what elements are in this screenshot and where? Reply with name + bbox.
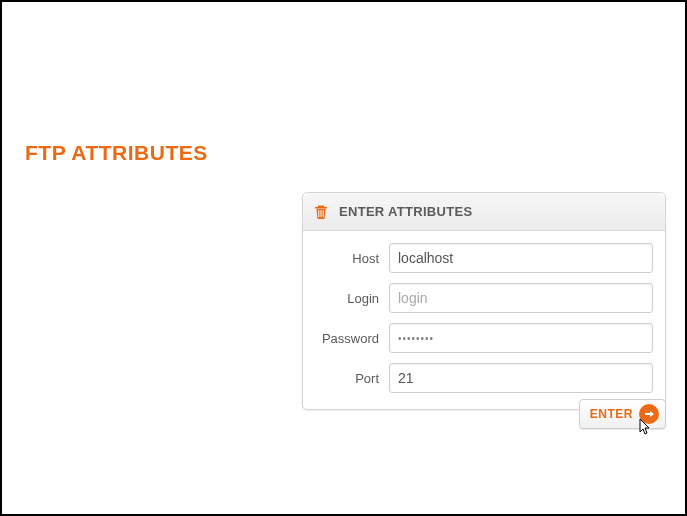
form-row-port: Port [315, 363, 653, 393]
attributes-panel: ENTER ATTRIBUTES Host Login Password Por… [302, 192, 666, 410]
trash-icon[interactable] [313, 204, 329, 220]
arrow-right-icon [639, 404, 659, 424]
svg-rect-0 [318, 210, 319, 217]
host-label: Host [315, 251, 379, 266]
panel-title: ENTER ATTRIBUTES [339, 204, 472, 219]
port-input[interactable] [389, 363, 653, 393]
panel-body: Host Login Password Port [303, 231, 665, 409]
form-row-host: Host [315, 243, 653, 273]
password-input[interactable] [389, 323, 653, 353]
form-row-password: Password [315, 323, 653, 353]
panel-header: ENTER ATTRIBUTES [303, 193, 665, 231]
enter-row: ENTER [302, 399, 666, 429]
svg-rect-1 [321, 210, 322, 217]
enter-button[interactable]: ENTER [579, 399, 666, 429]
page-title: FTP ATTRIBUTES [25, 141, 208, 165]
enter-button-label: ENTER [590, 407, 633, 421]
login-input[interactable] [389, 283, 653, 313]
port-label: Port [315, 371, 379, 386]
svg-rect-2 [323, 210, 324, 217]
login-label: Login [315, 291, 379, 306]
form-row-login: Login [315, 283, 653, 313]
host-input[interactable] [389, 243, 653, 273]
password-label: Password [315, 331, 379, 346]
